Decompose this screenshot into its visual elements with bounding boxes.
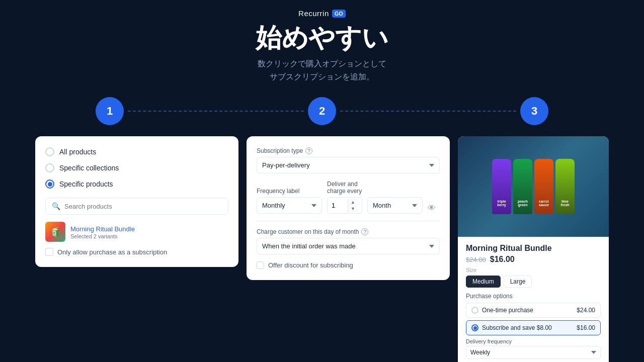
frequency-label-input[interactable] [257, 197, 322, 214]
radio-all-products[interactable]: All products [45, 147, 228, 156]
preview-product-name: Morning Ritual Bundle [466, 244, 601, 253]
offer-checkbox[interactable] [257, 261, 264, 269]
delivery-freq-select[interactable]: Weekly Daily Monthly [466, 346, 601, 359]
search-box[interactable]: 🔍 [45, 198, 228, 215]
radio-specific-products[interactable]: Specific products [45, 179, 228, 189]
card-subscription: Subscription type ? Pay-per-delivery Fre… [247, 136, 450, 280]
bottle-purple: tripleberry [492, 159, 511, 214]
offer-label: Offer discount for subscribing [268, 261, 353, 269]
charge-day-label: Charge customer on this day of month ? [257, 228, 440, 235]
bottle-lime: limefresh [555, 159, 575, 214]
step-line-2 [340, 111, 516, 112]
po-text-subscribe: Subscribe and save $8.00 [482, 324, 552, 331]
deliver-every-input[interactable] [328, 198, 348, 213]
product-thumbnail: 🧃 [45, 222, 65, 242]
preview-image: tripleberry peachgreen carrotsauce limef… [458, 136, 609, 237]
frequency-every-col: Deliver and charge every ▲ ▼ [327, 180, 362, 214]
cards-row: All products Specific collections Specif… [35, 136, 609, 362]
po-left-subscribe: Subscribe and save $8.00 [471, 324, 552, 331]
purchase-options-label: Purchase options [466, 293, 601, 300]
subscription-type-label: Subscription type ? [257, 147, 440, 154]
subscription-type-select[interactable]: Pay-per-delivery [257, 157, 440, 173]
price-row: $24.00 $16.00 [466, 255, 601, 264]
subscription-type-field: Subscription type ? Pay-per-delivery [257, 147, 440, 173]
offer-row[interactable]: Offer discount for subscribing [257, 261, 440, 269]
size-large-btn[interactable]: Large [504, 276, 532, 288]
card-products: All products Specific collections Specif… [35, 136, 238, 267]
header: Recurrin GO 始めやすい 数クリックで購入オプションとして サブスクリ… [256, 9, 388, 83]
period-select[interactable]: Month Day Week Year [367, 197, 423, 214]
price-new: $16.00 [490, 255, 515, 264]
product-item: 🧃 Morning Ritual Bundle Selected 2 varia… [45, 222, 228, 242]
number-input-wrap: ▲ ▼ [327, 197, 362, 214]
step-line-1 [128, 111, 304, 112]
hero-subtitle: 数クリックで購入オプションとして サブスクリプションを追加。 [258, 57, 386, 83]
product-link[interactable]: Morning Ritual Bundle [70, 225, 135, 233]
price-old: $24.00 [466, 256, 486, 263]
deliver-charge-label: Deliver and charge every [327, 180, 362, 195]
search-input[interactable] [64, 203, 222, 210]
search-icon: 🔍 [52, 202, 60, 210]
step-2: 2 [308, 97, 336, 125]
bottle-orange: carrotsauce [534, 159, 553, 214]
card-preview: tripleberry peachgreen carrotsauce limef… [458, 136, 609, 362]
po-price-onetime: $24.00 [577, 307, 595, 314]
frequency-label-label: Frequency label [257, 188, 322, 195]
radio-outer-products [45, 179, 54, 189]
spinner-down[interactable]: ▼ [348, 206, 358, 212]
logo-badge: GO [332, 10, 346, 18]
bottle-group: tripleberry peachgreen carrotsauce limef… [492, 159, 575, 214]
subscription-type-help-icon[interactable]: ? [305, 147, 312, 154]
frequency-row: Frequency label Deliver and charge every… [257, 180, 440, 214]
po-radio-inner-subscribe [473, 326, 477, 330]
divider [257, 221, 440, 221]
logo-text: Recurrin [298, 9, 329, 18]
radio-outer-all [45, 147, 54, 156]
only-sub-label: Only allow purchase as a subscription [57, 248, 167, 256]
frequency-period-col: Month Day Week Year [367, 188, 423, 214]
product-info: Morning Ritual Bundle Selected 2 variant… [70, 224, 135, 239]
preview-content: Morning Ritual Bundle $24.00 $16.00 Size… [458, 237, 609, 362]
hero-title: 始めやすい [256, 24, 388, 52]
size-label: Size [466, 267, 601, 273]
charge-day-field: Charge customer on this day of month ? W… [257, 228, 440, 254]
delivery-freq-label: Delivery frequency [466, 338, 601, 344]
po-text-onetime: One-time purchase [482, 307, 533, 314]
steps-row: 1 2 3 [96, 97, 548, 125]
size-medium-btn[interactable]: Medium [466, 276, 501, 288]
freq-eye[interactable]: 👁 [428, 204, 440, 214]
only-sub-checkbox[interactable] [45, 248, 53, 256]
radio-outer-collections [45, 163, 54, 172]
step-1: 1 [96, 97, 124, 125]
po-radio-outer-onetime [471, 307, 478, 314]
charge-day-select[interactable]: When the initial order was made On a spe… [257, 238, 440, 254]
spinner-up[interactable]: ▲ [348, 199, 358, 206]
radio-group: All products Specific collections Specif… [45, 147, 228, 189]
logo-area: Recurrin GO [298, 9, 346, 18]
number-spinners: ▲ ▼ [348, 199, 358, 212]
radio-specific-collections[interactable]: Specific collections [45, 163, 228, 172]
po-left-onetime: One-time purchase [471, 307, 533, 314]
charge-day-help-icon[interactable]: ? [361, 228, 368, 235]
po-radio-outer-subscribe [471, 324, 478, 331]
purchase-option-onetime[interactable]: One-time purchase $24.00 [466, 303, 601, 318]
only-sub-row[interactable]: Only allow purchase as a subscription [45, 248, 228, 256]
purchase-option-subscribe[interactable]: Subscribe and save $8.00 $16.00 [466, 320, 601, 335]
eye-icon: 👁 [428, 204, 436, 213]
size-buttons: Medium Large [466, 276, 601, 288]
frequency-label-col: Frequency label [257, 188, 322, 214]
radio-inner-products [48, 182, 52, 187]
product-variants: Selected 2 variants [70, 233, 135, 239]
bottle-green: peachgreen [513, 159, 532, 214]
step-3: 3 [520, 97, 548, 125]
po-price-subscribe: $16.00 [577, 324, 595, 331]
